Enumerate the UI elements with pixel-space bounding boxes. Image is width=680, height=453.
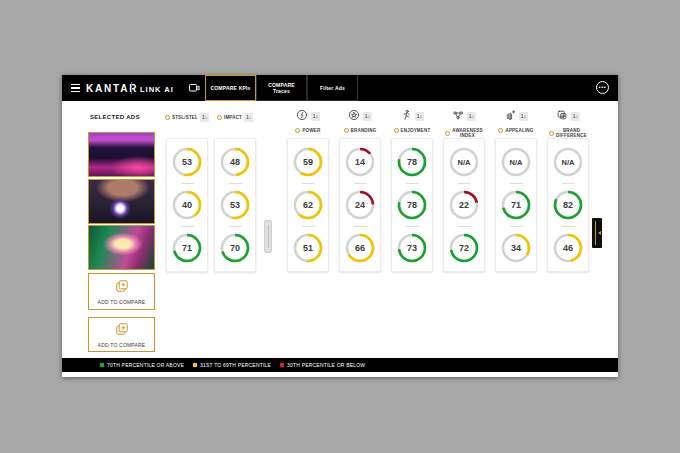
- svg-text:71: 71: [511, 200, 521, 210]
- gauge-branding-ad-2: 24: [344, 184, 376, 226]
- svg-text:46: 46: [563, 243, 573, 253]
- product-name: LINK AI: [140, 85, 174, 94]
- svg-text:70: 70: [230, 243, 240, 253]
- legend-color-swatch: [100, 363, 104, 367]
- column-header-branding: 1↓BRANDING: [339, 107, 381, 133]
- gauge-awareness-index-ad-2: 22: [448, 184, 480, 226]
- gauge-power-ad-2: 62: [292, 184, 324, 226]
- ad-thumbnail-list: [88, 132, 155, 272]
- svg-text:53: 53: [230, 200, 240, 210]
- appealing-hand-icon: [504, 107, 516, 125]
- column-label: APPEALING: [505, 128, 533, 133]
- tab-compare-kpis[interactable]: COMPARE KPIs: [205, 75, 256, 101]
- column-label: POWER: [302, 128, 320, 133]
- kpi-marker-icon: [165, 115, 170, 120]
- sort-button-brand-difference[interactable]: 1↓: [571, 112, 580, 121]
- svg-text:62: 62: [303, 200, 313, 210]
- svg-text:N/A: N/A: [510, 158, 524, 167]
- tab-bar: COMPARE KPIsCOMPARE TracesFilter Ads: [205, 75, 358, 101]
- ad-thumbnail-2[interactable]: [88, 179, 155, 224]
- legend-item-31st-to-69th-percentile: 31ST TO 69TH PERCENTILE: [193, 362, 271, 368]
- sort-button-stsl-stel[interactable]: 1↓: [200, 113, 209, 122]
- hamburger-menu-icon[interactable]: [71, 84, 80, 92]
- svg-text:59: 59: [303, 157, 313, 167]
- kpi-marker-icon: [445, 131, 450, 136]
- column-label: ENJOYMENT: [401, 128, 431, 133]
- legend-item-30th-percentile-or-below: 30TH PERCENTILE OR BELOW: [280, 362, 365, 368]
- gauge-appealing-ad-3: 34: [500, 227, 532, 269]
- video-screen-icon[interactable]: [188, 80, 200, 98]
- gauge-awareness-index-ad-1: N/A: [448, 141, 480, 183]
- gauge-card-branding: 142466: [339, 138, 381, 272]
- column-header-awareness-index: 1↓AWARENESS INDEX: [443, 107, 485, 138]
- sort-button-impact[interactable]: 1↓: [244, 113, 253, 122]
- svg-text:N/A: N/A: [562, 158, 576, 167]
- svg-text:78: 78: [407, 157, 417, 167]
- awareness-network-icon: [452, 107, 464, 125]
- tab-compare-traces[interactable]: COMPARE Traces: [256, 75, 307, 101]
- gauge-brand-difference-ad-2: 82: [552, 184, 584, 226]
- gauge-branding-ad-3: 66: [344, 227, 376, 269]
- add-to-compare-button-1[interactable]: ADD TO COMPARE: [88, 273, 155, 310]
- add-to-compare-icon: [115, 322, 129, 340]
- brand-divider: [131, 82, 132, 94]
- column-header-appealing: 1↓APPEALING: [495, 107, 537, 133]
- gauge-enjoyment-ad-2: 78: [396, 184, 428, 226]
- selected-ads-heading: SELECTED ADS: [90, 114, 140, 120]
- kpi-marker-icon: [344, 128, 349, 133]
- sort-button-enjoyment[interactable]: 1↓: [415, 112, 424, 121]
- gauge-enjoyment-ad-1: 78: [396, 141, 428, 183]
- gauge-power-ad-1: 59: [292, 141, 324, 183]
- gauge-card-power: 596251: [287, 138, 329, 272]
- column-header-stsl-stel: STSL/STEL1↓: [166, 113, 208, 122]
- kpi-marker-icon: [217, 115, 222, 120]
- tab-filter-ads[interactable]: Filter Ads: [307, 75, 358, 101]
- column-label: AWARENESS INDEX: [452, 128, 484, 138]
- legend-label: 30TH PERCENTILE OR BELOW: [287, 362, 365, 368]
- gauge-card-awareness-index: N/A2272: [443, 138, 485, 272]
- add-to-compare-label: ADD TO COMPARE: [98, 299, 146, 305]
- svg-text:34: 34: [511, 243, 521, 253]
- gauge-impact-ad-3: 70: [219, 227, 251, 269]
- branding-star-icon: [348, 107, 360, 125]
- percentile-legend: 70TH PERCENTILE OR ABOVE31ST TO 69TH PER…: [62, 358, 618, 372]
- svg-text:14: 14: [355, 157, 365, 167]
- sort-button-branding[interactable]: 1↓: [363, 112, 372, 121]
- svg-text:22: 22: [459, 200, 469, 210]
- gauge-card-enjoyment: 787873: [391, 138, 433, 272]
- sort-button-appealing[interactable]: 1↓: [519, 112, 528, 121]
- column-header-impact: IMPACT1↓: [214, 113, 256, 122]
- legend-item-70th-percentile-or-above: 70TH PERCENTILE OR ABOVE: [100, 362, 184, 368]
- svg-text:73: 73: [407, 243, 417, 253]
- gauge-stsl-stel-ad-3: 71: [171, 227, 203, 269]
- gauge-card-appealing: N/A7134: [495, 138, 537, 272]
- svg-text:53: 53: [182, 157, 192, 167]
- add-to-compare-label: ADD TO COMPARE: [98, 342, 146, 348]
- gauge-impact-ad-1: 48: [219, 141, 251, 183]
- gauge-brand-difference-ad-3: 46: [552, 227, 584, 269]
- ad-thumbnail-3[interactable]: [88, 225, 155, 270]
- ad-thumbnail-1[interactable]: [88, 132, 155, 177]
- sort-button-awareness-index[interactable]: 1↓: [467, 112, 476, 121]
- column-header-brand-difference: 1↓BRAND DIFFERENCE: [547, 107, 589, 138]
- add-to-compare-button-2[interactable]: ADD TO COMPARE: [88, 317, 155, 352]
- gauge-power-ad-3: 51: [292, 227, 324, 269]
- kpi-marker-icon: [549, 131, 554, 136]
- svg-text:51: 51: [303, 243, 313, 253]
- more-menu-button[interactable]: •••: [596, 81, 609, 94]
- expand-panel-handle[interactable]: [592, 218, 602, 248]
- svg-text:66: 66: [355, 243, 365, 253]
- svg-text:78: 78: [407, 200, 417, 210]
- svg-text:71: 71: [182, 243, 192, 253]
- legend-color-swatch: [193, 363, 197, 367]
- app-bar: KANTAR LINK AI COMPARE KPIsCOMPARE Trace…: [62, 75, 618, 101]
- sort-button-power[interactable]: 1↓: [311, 112, 320, 121]
- gauge-stsl-stel-ad-2: 40: [171, 184, 203, 226]
- kpi-marker-icon: [394, 128, 399, 133]
- column-header-enjoyment: 1↓ENJOYMENT: [391, 107, 433, 133]
- legend-label: 70TH PERCENTILE OR ABOVE: [107, 362, 184, 368]
- svg-text:40: 40: [182, 200, 192, 210]
- kpi-marker-icon: [295, 128, 300, 133]
- column-scroll-handle[interactable]: [264, 220, 272, 253]
- column-label: IMPACT: [224, 115, 242, 120]
